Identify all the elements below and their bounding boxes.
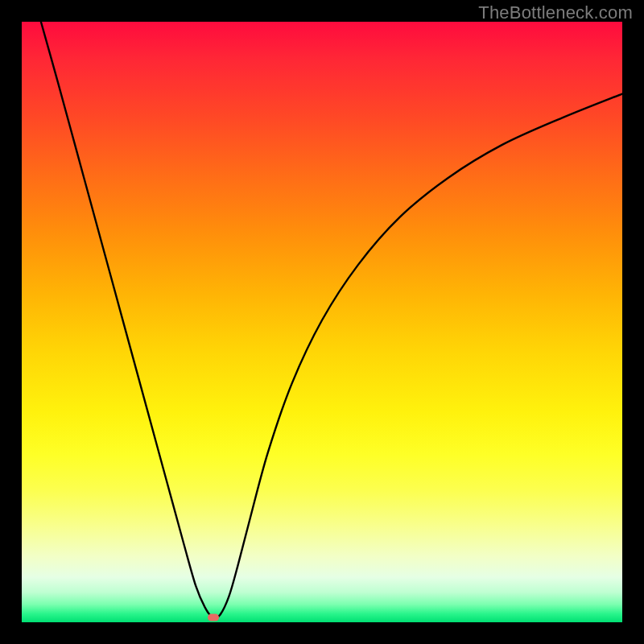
attribution-label: TheBottleneck.com bbox=[478, 2, 633, 23]
bottleneck-curve bbox=[41, 22, 622, 618]
plot-area bbox=[22, 22, 622, 622]
minimum-marker bbox=[208, 614, 219, 621]
curve-svg bbox=[22, 22, 622, 622]
chart-frame: TheBottleneck.com bbox=[0, 0, 644, 644]
